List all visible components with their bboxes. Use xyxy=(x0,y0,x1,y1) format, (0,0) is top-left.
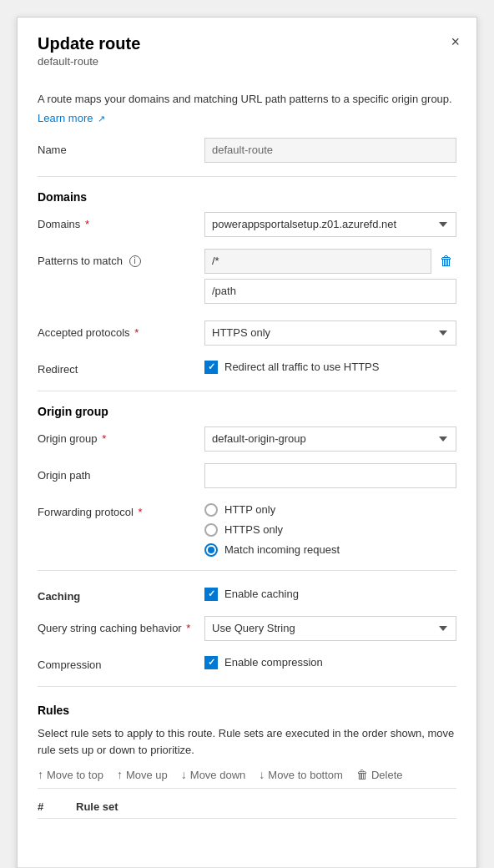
panel-header: Update route default-route × xyxy=(18,18,476,78)
enable-compression-label: Enable compression xyxy=(224,656,323,669)
origin-group-label: Origin group * xyxy=(38,426,204,447)
external-link-icon: ↗ xyxy=(98,114,105,124)
origin-path-label: Origin path xyxy=(38,463,204,483)
name-row: Name xyxy=(38,138,456,163)
accepted-protocols-select[interactable]: HTTPS onlyHTTP onlyHTTP and HTTPS xyxy=(204,320,456,346)
name-label: Name xyxy=(38,138,204,158)
move-to-top-icon: ↑ xyxy=(38,768,43,781)
domains-control: powerappsportalsetup.z01.azurefd.net xyxy=(204,212,456,237)
radio-https-only-label: HTTPS only xyxy=(224,523,283,536)
origin-group-section-label: Origin group xyxy=(38,405,456,418)
query-string-required: * xyxy=(186,622,190,634)
name-input[interactable] xyxy=(204,138,456,163)
enable-caching-checkbox[interactable] xyxy=(204,588,218,601)
enable-compression-checkbox-row[interactable]: Enable compression xyxy=(204,656,456,669)
panel-body: A route maps your domains and matching U… xyxy=(18,78,476,835)
redirect-control: Redirect all traffic to use HTTPS xyxy=(204,357,456,374)
query-string-control: Use Query StringIgnore Query StringBypas… xyxy=(204,616,456,641)
domains-section-label: Domains xyxy=(38,190,456,204)
origin-group-control: default-origin-group xyxy=(204,426,456,452)
domains-label: Domains * xyxy=(38,212,204,232)
pattern-row-2 xyxy=(204,279,456,304)
accepted-protocols-required: * xyxy=(134,326,139,339)
domains-required: * xyxy=(85,218,89,230)
caching-label: Caching xyxy=(38,584,204,604)
enable-caching-checkbox-row[interactable]: Enable caching xyxy=(204,588,456,601)
pattern-value-1: /* xyxy=(204,249,431,274)
compression-row: Compression Enable compression xyxy=(38,653,456,673)
forwarding-protocol-label: Forwarding protocol * xyxy=(38,500,204,520)
patterns-info-icon: i xyxy=(129,255,141,267)
move-to-bottom-button[interactable]: ↓ Move to bottom xyxy=(259,768,343,781)
domains-row: Domains * powerappsportalsetup.z01.azure… xyxy=(38,212,456,237)
rules-header-row: # Rule set xyxy=(38,795,456,819)
move-to-bottom-icon: ↓ xyxy=(259,768,265,781)
move-up-label: Move up xyxy=(126,769,168,781)
radio-https-only[interactable]: HTTPS only xyxy=(204,523,456,537)
forwarding-protocol-row: Forwarding protocol * HTTP only HTTPS on… xyxy=(38,500,456,557)
origin-path-control xyxy=(204,463,456,488)
query-string-select[interactable]: Use Query StringIgnore Query StringBypas… xyxy=(204,616,456,641)
learn-more-link[interactable]: Learn more ↗ xyxy=(38,112,105,124)
origin-path-input[interactable] xyxy=(204,463,456,488)
panel-subtitle: default-route xyxy=(38,55,456,68)
delete-pattern-1-button[interactable]: 🗑 xyxy=(436,252,456,270)
accepted-protocols-row: Accepted protocols * HTTPS onlyHTTP only… xyxy=(38,320,456,346)
move-to-top-button[interactable]: ↑ Move to top xyxy=(38,768,103,781)
rules-section: Rules Select rule sets to apply to this … xyxy=(38,704,456,819)
origin-group-select[interactable]: default-origin-group xyxy=(204,426,456,452)
delete-rule-button[interactable]: 🗑 Delete xyxy=(356,768,403,781)
patterns-row: Patterns to match i /* 🗑 xyxy=(38,249,456,309)
move-down-label: Move down xyxy=(190,769,245,781)
close-button[interactable]: × xyxy=(451,34,460,49)
patterns-label: Patterns to match i xyxy=(38,249,204,269)
pattern-row-1: /* 🗑 xyxy=(204,249,456,274)
enable-caching-label: Enable caching xyxy=(224,588,299,600)
enable-compression-checkbox[interactable] xyxy=(204,656,218,669)
radio-match-incoming-label: Match incoming request xyxy=(224,543,340,556)
update-route-panel: Update route default-route × A route map… xyxy=(17,17,477,868)
accepted-protocols-label: Accepted protocols * xyxy=(38,320,204,341)
origin-path-row: Origin path xyxy=(38,463,456,488)
compression-control: Enable compression xyxy=(204,653,456,669)
rules-section-label: Rules xyxy=(38,704,456,717)
move-down-button[interactable]: ↓ Move down xyxy=(181,768,245,781)
redirect-checkbox-row[interactable]: Redirect all traffic to use HTTPS xyxy=(204,361,456,374)
forwarding-protocol-group: HTTP only HTTPS only Match incoming requ… xyxy=(204,500,456,557)
pattern-input-2[interactable] xyxy=(204,279,456,304)
origin-group-required: * xyxy=(102,432,106,445)
rules-col-name: Rule set xyxy=(76,800,118,813)
redirect-checkbox[interactable] xyxy=(204,361,218,374)
rules-col-hash: # xyxy=(38,800,63,813)
name-control xyxy=(204,138,456,163)
caching-control: Enable caching xyxy=(204,584,456,601)
origin-group-row: Origin group * default-origin-group xyxy=(38,426,456,452)
radio-http-only[interactable]: HTTP only xyxy=(204,503,456,517)
rules-toolbar: ↑ Move to top ↑ Move up ↓ Move down ↓ Mo… xyxy=(38,768,456,789)
patterns-control: /* 🗑 xyxy=(204,249,456,309)
radio-match-incoming-indicator xyxy=(204,543,218,557)
radio-match-incoming[interactable]: Match incoming request xyxy=(204,543,456,557)
move-to-top-label: Move to top xyxy=(47,769,103,781)
query-string-label: Query string caching behavior * xyxy=(38,616,204,636)
radio-http-only-indicator xyxy=(204,503,218,517)
query-string-row: Query string caching behavior * Use Quer… xyxy=(38,616,456,641)
radio-match-incoming-dot xyxy=(208,547,214,553)
accepted-protocols-control: HTTPS onlyHTTP onlyHTTP and HTTPS xyxy=(204,320,456,346)
forwarding-protocol-control: HTTP only HTTPS only Match incoming requ… xyxy=(204,500,456,557)
info-text: A route maps your domains and matching U… xyxy=(38,91,456,108)
radio-https-only-indicator xyxy=(204,523,218,537)
delete-rule-icon: 🗑 xyxy=(356,768,368,781)
compression-label: Compression xyxy=(38,653,204,673)
rules-description: Select rule sets to apply to this route.… xyxy=(38,725,456,758)
domains-select[interactable]: powerappsportalsetup.z01.azurefd.net xyxy=(204,212,456,237)
radio-http-only-label: HTTP only xyxy=(224,503,275,516)
delete-rule-label: Delete xyxy=(371,769,403,781)
redirect-label: Redirect xyxy=(38,357,204,377)
move-up-button[interactable]: ↑ Move up xyxy=(117,768,168,781)
forwarding-protocol-required: * xyxy=(139,506,143,518)
caching-row: Caching Enable caching xyxy=(38,584,456,604)
panel-title: Update route xyxy=(38,34,456,53)
move-to-bottom-label: Move to bottom xyxy=(268,769,343,781)
redirect-row: Redirect Redirect all traffic to use HTT… xyxy=(38,357,456,377)
